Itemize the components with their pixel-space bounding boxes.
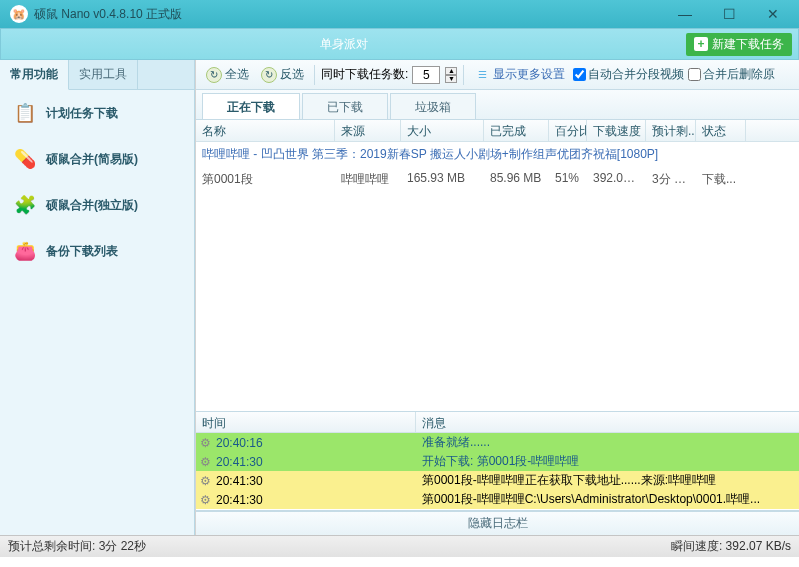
puzzle-icon: 🧩 xyxy=(12,192,38,218)
auto-merge-checkbox[interactable]: 自动合并分段视频 xyxy=(573,66,684,83)
tab-downloading[interactable]: 正在下载 xyxy=(202,93,300,119)
log-row[interactable]: ⚙20:40:16准备就绪...... xyxy=(196,433,799,452)
log-message: 第0001段-哔哩哔哩C:\Users\Administrator\Deskto… xyxy=(416,491,799,508)
grid-header: 名称 来源 大小 已完成 百分比 下载速度 预计剩... 状态 xyxy=(196,120,799,142)
more-settings-button[interactable]: ☰ 显示更多设置 xyxy=(470,64,569,85)
concurrent-label: 同时下载任务数: xyxy=(321,66,408,83)
close-button[interactable]: ✕ xyxy=(751,0,795,28)
log-time: 20:41:30 xyxy=(214,455,416,469)
pill-icon: 💊 xyxy=(12,146,38,172)
gear-icon: ⚙ xyxy=(196,436,214,450)
sidebar-tab-tools[interactable]: 实用工具 xyxy=(69,60,138,89)
log-message: 开始下载: 第0001段-哔哩哔哩 xyxy=(416,453,799,470)
invert-select-button[interactable]: ↻ 反选 xyxy=(257,64,308,85)
separator xyxy=(314,65,315,85)
plus-icon: + xyxy=(694,37,708,51)
log-time: 20:41:30 xyxy=(214,474,416,488)
select-all-button[interactable]: ↻ 全选 xyxy=(202,64,253,85)
log-message: 第0001段-哔哩哔哩正在获取下载地址......来源:哔哩哔哩 xyxy=(416,472,799,489)
wallet-icon: 👛 xyxy=(12,238,38,264)
eta-label: 预计总剩余时间: xyxy=(8,539,95,553)
toolbar: ↻ 全选 ↻ 反选 同时下载任务数: ▲▼ ☰ 显示更多设置 自动合并分段视频 xyxy=(196,60,799,90)
separator xyxy=(463,65,464,85)
col-name[interactable]: 名称 xyxy=(196,120,335,141)
col-source[interactable]: 来源 xyxy=(335,120,401,141)
speed-label: 瞬间速度: xyxy=(671,539,722,553)
refresh-icon: ↻ xyxy=(261,67,277,83)
window-title: 硕鼠 Nano v0.4.8.10 正式版 xyxy=(34,6,663,23)
banner: 单身派对 + 新建下载任务 xyxy=(0,28,799,60)
delete-after-merge-checkbox[interactable]: 合并后删除原 xyxy=(688,66,775,83)
log-time: 20:41:30 xyxy=(214,493,416,507)
download-tabs: 正在下载 已下载 垃圾箱 xyxy=(196,90,799,120)
nav-label: 计划任务下载 xyxy=(46,105,118,122)
log-header: 时间 消息 xyxy=(196,411,799,433)
nav-label: 备份下载列表 xyxy=(46,243,118,260)
refresh-icon: ↻ xyxy=(206,67,222,83)
nav-backup-list[interactable]: 👛 备份下载列表 xyxy=(0,228,194,274)
titlebar: 🐹 硕鼠 Nano v0.4.8.10 正式版 — ☐ ✕ xyxy=(0,0,799,28)
log-message: 准备就绪...... xyxy=(416,434,799,451)
eta-value: 3分 22秒 xyxy=(99,539,146,553)
gear-icon: ⚙ xyxy=(196,474,214,488)
gear-icon: ⚙ xyxy=(196,493,214,507)
sidebar: 常用功能 实用工具 📋 计划任务下载 💊 硕鼠合并(简易版) 🧩 硕鼠合并(独立… xyxy=(0,60,195,535)
col-done[interactable]: 已完成 xyxy=(484,120,549,141)
col-status[interactable]: 状态 xyxy=(696,120,746,141)
nav-label: 硕鼠合并(独立版) xyxy=(46,197,138,214)
tab-trash[interactable]: 垃圾箱 xyxy=(390,93,476,119)
app-icon: 🐹 xyxy=(10,5,28,23)
new-task-button[interactable]: + 新建下载任务 xyxy=(686,33,792,56)
hide-log-button[interactable]: 隐藏日志栏 xyxy=(196,511,799,535)
settings-icon: ☰ xyxy=(474,67,490,83)
minimize-button[interactable]: — xyxy=(663,0,707,28)
col-speed[interactable]: 下载速度 xyxy=(587,120,646,141)
concurrent-input[interactable] xyxy=(412,66,440,84)
nav-merge-standalone[interactable]: 🧩 硕鼠合并(独立版) xyxy=(0,182,194,228)
statusbar: 预计总剩余时间: 3分 22秒 瞬间速度: 392.07 KB/s xyxy=(0,535,799,557)
nav-plan-download[interactable]: 📋 计划任务下载 xyxy=(0,90,194,136)
log-row[interactable]: ⚙20:41:30第0001段-哔哩哔哩正在获取下载地址......来源:哔哩哔… xyxy=(196,471,799,490)
log-row[interactable]: ⚙20:41:30第0001段-哔哩哔哩C:\Users\Administrat… xyxy=(196,490,799,509)
log-col-time[interactable]: 时间 xyxy=(196,412,416,432)
nav-label: 硕鼠合并(简易版) xyxy=(46,151,138,168)
log-row[interactable]: ⚙20:41:30开始下载: 第0001段-哔哩哔哩 xyxy=(196,452,799,471)
new-task-label: 新建下载任务 xyxy=(712,36,784,53)
sidebar-tab-common[interactable]: 常用功能 xyxy=(0,60,69,90)
download-group-title[interactable]: 哔哩哔哩 - 凹凸世界 第三季：2019新春SP 搬运人小剧场+制作组声优团齐祝… xyxy=(196,142,799,167)
banner-slogan: 单身派对 xyxy=(1,36,686,53)
nav-merge-simple[interactable]: 💊 硕鼠合并(简易版) xyxy=(0,136,194,182)
maximize-button[interactable]: ☐ xyxy=(707,0,751,28)
log-body: ⚙20:40:16准备就绪......⚙20:41:30开始下载: 第0001段… xyxy=(196,433,799,511)
col-eta[interactable]: 预计剩... xyxy=(646,120,696,141)
col-size[interactable]: 大小 xyxy=(401,120,484,141)
download-row[interactable]: 第0001段 哔哩哔哩 165.93 MB 85.96 MB 51% 392.0… xyxy=(196,167,799,192)
calendar-icon: 📋 xyxy=(12,100,38,126)
col-percent[interactable]: 百分比 xyxy=(549,120,587,141)
log-time: 20:40:16 xyxy=(214,436,416,450)
log-col-msg[interactable]: 消息 xyxy=(416,412,799,432)
download-grid: 名称 来源 大小 已完成 百分比 下载速度 预计剩... 状态 哔哩哔哩 - 凹… xyxy=(196,120,799,535)
concurrent-stepper[interactable]: ▲▼ xyxy=(445,67,457,83)
speed-value: 392.07 KB/s xyxy=(726,539,791,553)
tab-downloaded[interactable]: 已下载 xyxy=(302,93,388,119)
gear-icon: ⚙ xyxy=(196,455,214,469)
